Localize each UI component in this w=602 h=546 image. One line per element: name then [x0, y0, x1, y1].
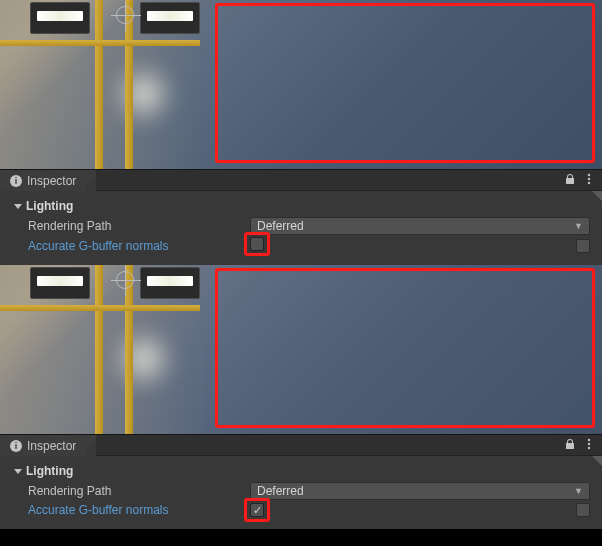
rendering-path-label: Rendering Path — [28, 484, 250, 498]
expand-corner-icon[interactable] — [592, 456, 602, 466]
svg-point-0 — [588, 173, 590, 175]
inspector-tab-bar: i Inspector — [0, 169, 602, 191]
prop-beam — [95, 265, 103, 434]
row-rendering-path: Rendering Path Deferred ▼ — [0, 481, 602, 501]
lighting-foldout[interactable]: Lighting — [0, 197, 602, 216]
info-icon: i — [10, 175, 22, 187]
annotation-highlight — [215, 3, 595, 163]
chevron-down-icon — [14, 204, 22, 209]
inspector-tab[interactable]: i Inspector — [0, 170, 86, 191]
row-accurate-gbuffer: Accurate G-buffer normals ✓ — [0, 501, 602, 519]
accurate-gbuffer-label[interactable]: Accurate G-buffer normals — [28, 503, 250, 517]
light-gizmo-icon[interactable] — [116, 6, 134, 24]
section-label: Lighting — [26, 199, 73, 213]
prop-beam — [0, 305, 200, 311]
accurate-gbuffer-checkbox[interactable]: ✓ — [250, 503, 264, 517]
inspector-tab[interactable]: i Inspector — [0, 435, 86, 456]
prop-lamp — [30, 267, 90, 299]
inspector-tab-label: Inspector — [27, 174, 76, 188]
accurate-gbuffer-checkbox[interactable] — [250, 237, 264, 251]
light-gizmo-icon[interactable] — [116, 271, 134, 289]
prop-beam — [0, 40, 200, 46]
inspector-body: Lighting Rendering Path Deferred ▼ Accur… — [0, 456, 602, 529]
scene-viewport[interactable] — [0, 0, 602, 169]
accurate-gbuffer-label[interactable]: Accurate G-buffer normals — [28, 239, 250, 253]
menu-icon[interactable] — [584, 173, 594, 188]
svg-point-3 — [588, 438, 590, 440]
prop-beam — [125, 265, 133, 434]
svg-point-5 — [588, 446, 590, 448]
rendering-path-label: Rendering Path — [28, 219, 250, 233]
prop-beam — [125, 0, 133, 169]
row-rendering-path: Rendering Path Deferred ▼ — [0, 216, 602, 236]
prop-lamp — [30, 2, 90, 34]
lock-icon[interactable] — [564, 438, 576, 453]
comparison-panel-off: i Inspector Lighting Rendering Path Defe… — [0, 0, 602, 265]
prop-beam — [95, 0, 103, 169]
svg-point-1 — [588, 177, 590, 179]
inspector-tab-bar: i Inspector — [0, 434, 602, 456]
lock-icon[interactable] — [564, 173, 576, 188]
scene-viewport[interactable] — [0, 265, 602, 434]
dropdown-value: Deferred — [257, 484, 304, 498]
row-accurate-gbuffer: Accurate G-buffer normals — [0, 236, 602, 255]
property-menu-icon[interactable] — [576, 239, 590, 253]
inspector-body: Lighting Rendering Path Deferred ▼ Accur… — [0, 191, 602, 265]
inspector-tab-label: Inspector — [27, 439, 76, 453]
svg-point-2 — [588, 181, 590, 183]
prop-lamp — [140, 267, 200, 299]
info-icon: i — [10, 440, 22, 452]
rendering-path-dropdown[interactable]: Deferred ▼ — [250, 482, 590, 500]
property-menu-icon[interactable] — [576, 503, 590, 517]
expand-corner-icon[interactable] — [592, 191, 602, 201]
annotation-highlight — [215, 268, 595, 428]
comparison-panel-on: i Inspector Lighting Rendering Path Defe… — [0, 265, 602, 529]
prop-lamp — [140, 2, 200, 34]
menu-icon[interactable] — [584, 438, 594, 453]
dropdown-value: Deferred — [257, 219, 304, 233]
chevron-down-icon — [14, 469, 22, 474]
chevron-down-icon: ▼ — [574, 486, 583, 496]
lighting-foldout[interactable]: Lighting — [0, 462, 602, 481]
chevron-down-icon: ▼ — [574, 221, 583, 231]
section-label: Lighting — [26, 464, 73, 478]
rendering-path-dropdown[interactable]: Deferred ▼ — [250, 217, 590, 235]
svg-point-4 — [588, 442, 590, 444]
